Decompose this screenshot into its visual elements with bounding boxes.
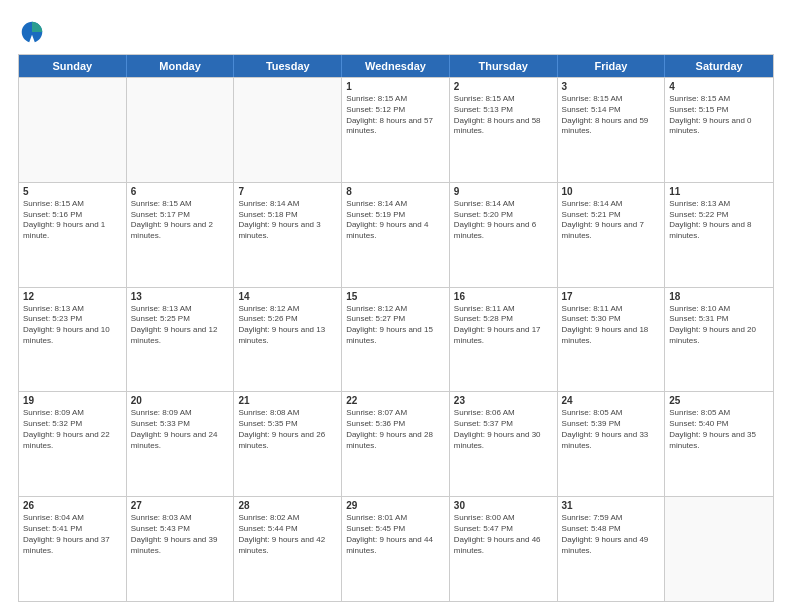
day-info: Sunrise: 8:13 AM Sunset: 5:23 PM Dayligh… (23, 304, 122, 347)
empty-cell (234, 78, 342, 182)
day-cell-12: 12Sunrise: 8:13 AM Sunset: 5:23 PM Dayli… (19, 288, 127, 392)
calendar: SundayMondayTuesdayWednesdayThursdayFrid… (18, 54, 774, 602)
day-number: 16 (454, 291, 553, 302)
day-number: 15 (346, 291, 445, 302)
day-cell-26: 26Sunrise: 8:04 AM Sunset: 5:41 PM Dayli… (19, 497, 127, 601)
day-cell-27: 27Sunrise: 8:03 AM Sunset: 5:43 PM Dayli… (127, 497, 235, 601)
header-day-saturday: Saturday (665, 55, 773, 77)
day-info: Sunrise: 8:12 AM Sunset: 5:26 PM Dayligh… (238, 304, 337, 347)
calendar-row-2: 5Sunrise: 8:15 AM Sunset: 5:16 PM Daylig… (19, 182, 773, 287)
day-info: Sunrise: 8:15 AM Sunset: 5:14 PM Dayligh… (562, 94, 661, 137)
day-cell-13: 13Sunrise: 8:13 AM Sunset: 5:25 PM Dayli… (127, 288, 235, 392)
empty-cell (19, 78, 127, 182)
day-cell-15: 15Sunrise: 8:12 AM Sunset: 5:27 PM Dayli… (342, 288, 450, 392)
day-cell-17: 17Sunrise: 8:11 AM Sunset: 5:30 PM Dayli… (558, 288, 666, 392)
day-info: Sunrise: 8:13 AM Sunset: 5:25 PM Dayligh… (131, 304, 230, 347)
day-number: 11 (669, 186, 769, 197)
day-number: 12 (23, 291, 122, 302)
day-number: 8 (346, 186, 445, 197)
page: SundayMondayTuesdayWednesdayThursdayFrid… (0, 0, 792, 612)
day-number: 23 (454, 395, 553, 406)
header-day-sunday: Sunday (19, 55, 127, 77)
day-cell-20: 20Sunrise: 8:09 AM Sunset: 5:33 PM Dayli… (127, 392, 235, 496)
day-number: 6 (131, 186, 230, 197)
day-number: 25 (669, 395, 769, 406)
day-number: 28 (238, 500, 337, 511)
calendar-row-5: 26Sunrise: 8:04 AM Sunset: 5:41 PM Dayli… (19, 496, 773, 601)
day-info: Sunrise: 8:08 AM Sunset: 5:35 PM Dayligh… (238, 408, 337, 451)
day-info: Sunrise: 8:13 AM Sunset: 5:22 PM Dayligh… (669, 199, 769, 242)
day-info: Sunrise: 8:15 AM Sunset: 5:12 PM Dayligh… (346, 94, 445, 137)
day-cell-2: 2Sunrise: 8:15 AM Sunset: 5:13 PM Daylig… (450, 78, 558, 182)
calendar-row-1: 1Sunrise: 8:15 AM Sunset: 5:12 PM Daylig… (19, 77, 773, 182)
header-day-friday: Friday (558, 55, 666, 77)
calendar-body: 1Sunrise: 8:15 AM Sunset: 5:12 PM Daylig… (19, 77, 773, 601)
day-info: Sunrise: 8:14 AM Sunset: 5:18 PM Dayligh… (238, 199, 337, 242)
header-day-wednesday: Wednesday (342, 55, 450, 77)
empty-cell (127, 78, 235, 182)
day-cell-29: 29Sunrise: 8:01 AM Sunset: 5:45 PM Dayli… (342, 497, 450, 601)
day-info: Sunrise: 7:59 AM Sunset: 5:48 PM Dayligh… (562, 513, 661, 556)
day-number: 21 (238, 395, 337, 406)
day-number: 13 (131, 291, 230, 302)
day-cell-4: 4Sunrise: 8:15 AM Sunset: 5:15 PM Daylig… (665, 78, 773, 182)
day-cell-11: 11Sunrise: 8:13 AM Sunset: 5:22 PM Dayli… (665, 183, 773, 287)
day-info: Sunrise: 8:15 AM Sunset: 5:16 PM Dayligh… (23, 199, 122, 242)
day-number: 14 (238, 291, 337, 302)
day-cell-22: 22Sunrise: 8:07 AM Sunset: 5:36 PM Dayli… (342, 392, 450, 496)
logo-icon (18, 18, 46, 46)
day-cell-1: 1Sunrise: 8:15 AM Sunset: 5:12 PM Daylig… (342, 78, 450, 182)
day-info: Sunrise: 8:10 AM Sunset: 5:31 PM Dayligh… (669, 304, 769, 347)
calendar-header: SundayMondayTuesdayWednesdayThursdayFrid… (19, 55, 773, 77)
day-info: Sunrise: 8:09 AM Sunset: 5:32 PM Dayligh… (23, 408, 122, 451)
day-cell-9: 9Sunrise: 8:14 AM Sunset: 5:20 PM Daylig… (450, 183, 558, 287)
logo (18, 18, 50, 46)
header-day-monday: Monday (127, 55, 235, 77)
day-number: 4 (669, 81, 769, 92)
day-number: 3 (562, 81, 661, 92)
day-cell-5: 5Sunrise: 8:15 AM Sunset: 5:16 PM Daylig… (19, 183, 127, 287)
day-info: Sunrise: 8:11 AM Sunset: 5:30 PM Dayligh… (562, 304, 661, 347)
calendar-row-3: 12Sunrise: 8:13 AM Sunset: 5:23 PM Dayli… (19, 287, 773, 392)
day-cell-7: 7Sunrise: 8:14 AM Sunset: 5:18 PM Daylig… (234, 183, 342, 287)
day-cell-3: 3Sunrise: 8:15 AM Sunset: 5:14 PM Daylig… (558, 78, 666, 182)
day-info: Sunrise: 8:04 AM Sunset: 5:41 PM Dayligh… (23, 513, 122, 556)
day-cell-16: 16Sunrise: 8:11 AM Sunset: 5:28 PM Dayli… (450, 288, 558, 392)
day-info: Sunrise: 8:11 AM Sunset: 5:28 PM Dayligh… (454, 304, 553, 347)
day-info: Sunrise: 8:06 AM Sunset: 5:37 PM Dayligh… (454, 408, 553, 451)
day-info: Sunrise: 8:09 AM Sunset: 5:33 PM Dayligh… (131, 408, 230, 451)
header (18, 18, 774, 46)
day-cell-23: 23Sunrise: 8:06 AM Sunset: 5:37 PM Dayli… (450, 392, 558, 496)
header-day-tuesday: Tuesday (234, 55, 342, 77)
day-cell-30: 30Sunrise: 8:00 AM Sunset: 5:47 PM Dayli… (450, 497, 558, 601)
header-day-thursday: Thursday (450, 55, 558, 77)
calendar-row-4: 19Sunrise: 8:09 AM Sunset: 5:32 PM Dayli… (19, 391, 773, 496)
day-number: 26 (23, 500, 122, 511)
day-number: 30 (454, 500, 553, 511)
day-number: 22 (346, 395, 445, 406)
day-info: Sunrise: 8:05 AM Sunset: 5:40 PM Dayligh… (669, 408, 769, 451)
day-info: Sunrise: 8:00 AM Sunset: 5:47 PM Dayligh… (454, 513, 553, 556)
day-info: Sunrise: 8:02 AM Sunset: 5:44 PM Dayligh… (238, 513, 337, 556)
day-number: 24 (562, 395, 661, 406)
day-number: 31 (562, 500, 661, 511)
day-info: Sunrise: 8:15 AM Sunset: 5:15 PM Dayligh… (669, 94, 769, 137)
day-number: 7 (238, 186, 337, 197)
day-info: Sunrise: 8:14 AM Sunset: 5:20 PM Dayligh… (454, 199, 553, 242)
day-cell-18: 18Sunrise: 8:10 AM Sunset: 5:31 PM Dayli… (665, 288, 773, 392)
day-number: 5 (23, 186, 122, 197)
day-info: Sunrise: 8:12 AM Sunset: 5:27 PM Dayligh… (346, 304, 445, 347)
day-info: Sunrise: 8:05 AM Sunset: 5:39 PM Dayligh… (562, 408, 661, 451)
day-number: 20 (131, 395, 230, 406)
day-info: Sunrise: 8:14 AM Sunset: 5:21 PM Dayligh… (562, 199, 661, 242)
day-number: 19 (23, 395, 122, 406)
day-number: 17 (562, 291, 661, 302)
day-info: Sunrise: 8:01 AM Sunset: 5:45 PM Dayligh… (346, 513, 445, 556)
empty-cell (665, 497, 773, 601)
day-cell-24: 24Sunrise: 8:05 AM Sunset: 5:39 PM Dayli… (558, 392, 666, 496)
day-number: 18 (669, 291, 769, 302)
day-info: Sunrise: 8:03 AM Sunset: 5:43 PM Dayligh… (131, 513, 230, 556)
day-cell-8: 8Sunrise: 8:14 AM Sunset: 5:19 PM Daylig… (342, 183, 450, 287)
day-cell-14: 14Sunrise: 8:12 AM Sunset: 5:26 PM Dayli… (234, 288, 342, 392)
day-cell-6: 6Sunrise: 8:15 AM Sunset: 5:17 PM Daylig… (127, 183, 235, 287)
